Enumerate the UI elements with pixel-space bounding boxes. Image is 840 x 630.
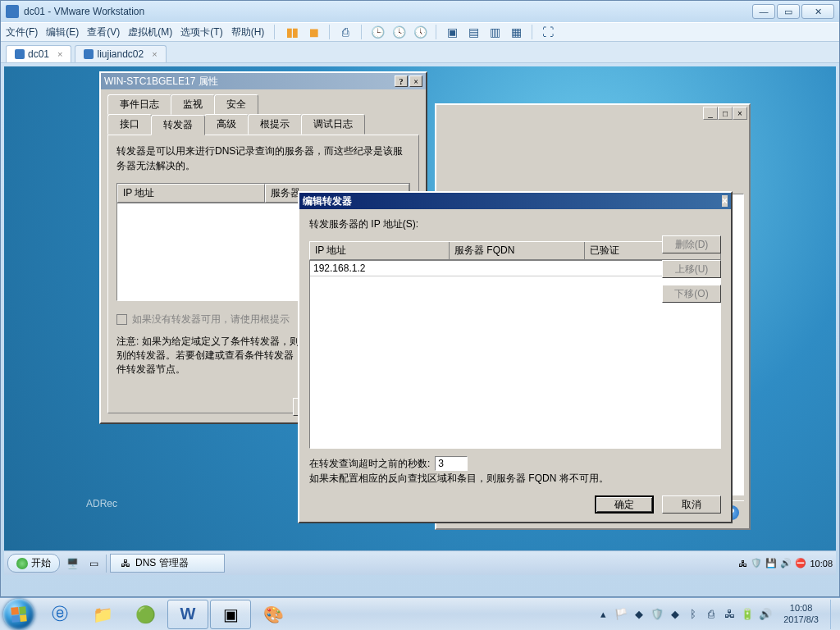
move-up-button[interactable]: 上移(U) xyxy=(662,260,721,278)
taskbar-item-label: DNS 管理器 xyxy=(135,556,189,570)
tab-security[interactable]: 安全 xyxy=(214,94,258,115)
timeout-input[interactable] xyxy=(435,456,468,471)
vmware-titlebar[interactable]: dc01 - VMware Workstation — ▭ ✕ xyxy=(1,1,839,22)
pause-icon[interactable]: ▮▮ xyxy=(285,25,299,39)
menu-help[interactable]: 帮助(H) xyxy=(231,25,265,39)
tab-forwarders[interactable]: 转发器 xyxy=(151,115,205,135)
tray-shield-icon[interactable]: 🛡️ xyxy=(651,608,664,621)
separator xyxy=(106,555,107,573)
view-console-icon[interactable]: ▣ xyxy=(445,25,459,39)
pin-paint[interactable]: 🎨 xyxy=(253,600,294,629)
menu-vm[interactable]: 虚拟机(M) xyxy=(128,25,172,39)
tray-usb-icon[interactable]: ⎙ xyxy=(705,608,718,621)
fullscreen-icon[interactable]: ⛶ xyxy=(541,25,555,39)
windows-logo-icon xyxy=(11,606,27,623)
forwarders-list[interactable] xyxy=(309,260,721,449)
timeout-label: 在转发查询超时之前的秒数: xyxy=(309,457,430,471)
col-fqdn[interactable]: 服务器 FQDN xyxy=(450,242,585,259)
window-controls: — ▭ ✕ xyxy=(752,4,834,19)
close-button[interactable]: × xyxy=(733,107,747,120)
timeout-row: 在转发查询超时之前的秒数: xyxy=(309,456,468,471)
pin-explorer[interactable]: 📁 xyxy=(82,600,123,629)
tray-app-icon[interactable]: ◆ xyxy=(632,608,646,621)
dialog-titlebar[interactable]: 编辑转发器 × xyxy=(299,193,731,209)
close-button[interactable]: × xyxy=(409,75,422,87)
use-root-hints-checkbox[interactable] xyxy=(116,314,127,325)
tray-network-icon[interactable]: 🖧 xyxy=(738,559,747,568)
tray-chevron-icon[interactable]: ▴ xyxy=(596,608,609,621)
vmware-toolbar: ▮▮ ◼ ⎙ 🕒 🕓 🕔 ▣ ▤ ▥ ▦ ⛶ xyxy=(285,25,555,39)
start-button[interactable]: 开始 xyxy=(7,554,60,573)
snapshot-take-icon[interactable]: 🕒 xyxy=(370,25,385,39)
close-button[interactable]: × xyxy=(722,195,728,207)
tab-monitor[interactable]: 监视 xyxy=(171,94,215,115)
ip-input[interactable] xyxy=(310,261,450,276)
ok-button[interactable]: 确定 xyxy=(595,495,654,514)
maximize-button[interactable]: ▭ xyxy=(777,4,800,19)
view-unity-icon[interactable]: ▤ xyxy=(466,25,481,39)
snapshot-icon[interactable]: ⎙ xyxy=(338,25,353,39)
tabs-container: 事件日志 监视 安全 接口 转发器 高级 根提示 调试日志 xyxy=(101,89,426,135)
host-clock[interactable]: 10:08 2017/8/3 xyxy=(777,603,825,624)
menu-edit[interactable]: 编辑(E) xyxy=(46,25,79,39)
snapshot-manage-icon[interactable]: 🕔 xyxy=(413,25,427,39)
quicklaunch-desktop-icon[interactable]: ▭ xyxy=(84,555,103,573)
guest-clock[interactable]: 10:08 xyxy=(810,559,833,568)
vm-content[interactable]: ADRec _ □ × ? WIN-STC1BGELE17 属性 ? xyxy=(4,66,836,575)
tray-bt-icon[interactable]: ᛒ xyxy=(687,608,700,621)
side-buttons: 删除(D) 上移(U) 下移(O) xyxy=(662,235,721,303)
vmware-title: dc01 - VMware Workstation xyxy=(24,6,752,17)
tab-debuglog[interactable]: 调试日志 xyxy=(301,114,365,135)
quicklaunch-server-icon[interactable]: 🖥️ xyxy=(63,555,81,573)
help-button[interactable]: ? xyxy=(395,75,408,87)
tray-volume-icon[interactable]: 🔊 xyxy=(759,608,772,621)
tray-net-icon[interactable]: 🖧 xyxy=(723,608,736,621)
vm-tab-dc01[interactable]: dc01 × xyxy=(6,45,71,62)
tray-flag-icon[interactable]: 🏳️ xyxy=(614,608,628,621)
tray-device-icon[interactable]: 💾 xyxy=(765,558,777,568)
tray-volume-icon[interactable]: 🔊 xyxy=(780,558,792,568)
tray-app2-icon[interactable]: ◆ xyxy=(669,608,682,621)
move-down-button[interactable]: 下移(O) xyxy=(662,285,721,303)
tab-eventlog[interactable]: 事件日志 xyxy=(107,94,171,115)
vm-tab-liujiandc02[interactable]: liujiandc02 × xyxy=(75,45,166,62)
dialog-titlebar[interactable]: WIN-STC1BGELE17 属性 ? × xyxy=(101,73,426,89)
pin-word[interactable]: W xyxy=(167,600,208,629)
dialog-title: WIN-STC1BGELE17 属性 xyxy=(104,75,393,89)
menu-tabs[interactable]: 选项卡(T) xyxy=(180,25,222,39)
view-thumbnail-icon[interactable]: ▥ xyxy=(487,25,502,39)
dialog-buttons: 确定 取消 xyxy=(595,495,721,514)
stop-icon[interactable]: ◼ xyxy=(306,25,321,39)
vm-icon xyxy=(84,49,94,59)
pin-ie[interactable]: ⓔ xyxy=(39,600,80,629)
col-ip[interactable]: IP 地址 xyxy=(117,184,265,203)
menu-view[interactable]: 查看(V) xyxy=(87,25,120,39)
tab-interface[interactable]: 接口 xyxy=(107,114,152,135)
maximize-button[interactable]: □ xyxy=(718,107,733,120)
tray-power-icon[interactable]: 🔋 xyxy=(741,608,754,621)
menu-file[interactable]: 文件(F) xyxy=(6,25,38,39)
list-item[interactable] xyxy=(310,261,720,276)
minimize-button[interactable]: _ xyxy=(703,107,718,120)
separator xyxy=(274,25,275,39)
view-fullscreen-icon[interactable]: ▦ xyxy=(509,25,523,39)
guest-desktop[interactable]: ADRec _ □ × ? WIN-STC1BGELE17 属性 ? xyxy=(4,66,836,575)
cancel-button[interactable]: 取消 xyxy=(662,495,721,514)
start-orb[interactable] xyxy=(3,599,34,630)
pin-vmware[interactable]: ▣ xyxy=(210,600,251,629)
show-desktop-button[interactable] xyxy=(830,600,837,629)
tab-roothints[interactable]: 根提示 xyxy=(248,114,302,135)
close-button[interactable]: ✕ xyxy=(801,4,834,19)
minimize-button[interactable]: — xyxy=(752,4,775,19)
host-taskbar: ⓔ 📁 🟢 W ▣ 🎨 ▴ 🏳️ ◆ 🛡️ ◆ ᛒ ⎙ 🖧 🔋 🔊 10:08 … xyxy=(0,597,840,630)
tab-advanced[interactable]: 高级 xyxy=(204,114,249,135)
col-ip[interactable]: IP 地址 xyxy=(310,242,450,259)
taskbar-item-dns[interactable]: 🖧 DNS 管理器 xyxy=(110,554,225,573)
tray-alert-icon[interactable]: ⛔ xyxy=(795,558,806,568)
delete-button[interactable]: 删除(D) xyxy=(662,235,721,253)
pin-chrome[interactable]: 🟢 xyxy=(125,600,166,629)
close-tab-icon[interactable]: × xyxy=(152,49,157,59)
close-tab-icon[interactable]: × xyxy=(57,49,62,59)
tray-shield-icon[interactable]: 🛡️ xyxy=(751,558,762,568)
snapshot-revert-icon[interactable]: 🕓 xyxy=(391,25,406,39)
